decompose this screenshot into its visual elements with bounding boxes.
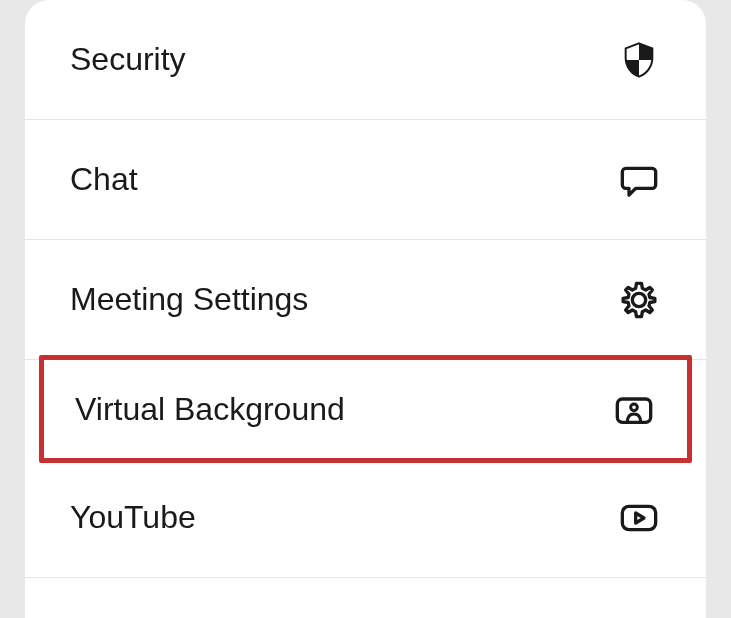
- gear-icon: [617, 278, 661, 322]
- chat-icon: [617, 158, 661, 202]
- menu-label-security: Security: [70, 41, 186, 78]
- menu-item-virtual-background[interactable]: Virtual Background: [39, 355, 692, 463]
- menu-item-security[interactable]: Security: [25, 0, 706, 120]
- shield-icon: [617, 38, 661, 82]
- menu-label-youtube: YouTube: [70, 499, 196, 536]
- svg-rect-2: [622, 506, 655, 529]
- menu-label-chat: Chat: [70, 161, 138, 198]
- menu-label-virtual-background: Virtual Background: [75, 391, 345, 428]
- play-card-icon: [617, 496, 661, 540]
- svg-point-1: [631, 404, 638, 411]
- settings-panel: Security Chat Meeting Settings: [25, 0, 706, 618]
- person-card-icon: [612, 387, 656, 431]
- menu-label-meeting-settings: Meeting Settings: [70, 281, 308, 318]
- menu-item-youtube[interactable]: YouTube: [25, 458, 706, 578]
- menu-item-chat[interactable]: Chat: [25, 120, 706, 240]
- menu-item-meeting-settings[interactable]: Meeting Settings: [25, 240, 706, 360]
